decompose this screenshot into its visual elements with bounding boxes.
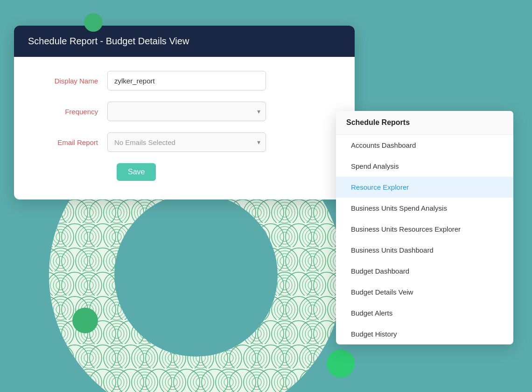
dialog-title: Schedule Report - Budget Details View bbox=[28, 36, 189, 46]
email-report-row: Email Report No Emails Selected bbox=[33, 132, 336, 152]
dropdown-item-bu-resources-explorer[interactable]: Business Units Resources Explorer bbox=[336, 219, 513, 240]
dropdown-item-budget-alerts[interactable]: Budget Alerts bbox=[336, 303, 513, 323]
email-report-label: Email Report bbox=[33, 138, 107, 146]
display-name-input[interactable] bbox=[107, 71, 266, 90]
dropdown-item-spend-analysis[interactable]: Spend Analysis bbox=[336, 156, 513, 177]
bottom-left-decorative-dot bbox=[72, 308, 98, 333]
email-report-select-wrapper: No Emails Selected bbox=[107, 132, 266, 152]
frequency-row: Frequency Daily Weekly Monthly bbox=[33, 102, 336, 121]
dropdown-item-bu-spend-analysis[interactable]: Business Units Spend Analysis bbox=[336, 198, 513, 219]
frequency-select[interactable]: Daily Weekly Monthly bbox=[107, 102, 266, 121]
bottom-right-decorative-dot bbox=[327, 350, 355, 378]
save-button[interactable]: Save bbox=[117, 163, 156, 181]
schedule-report-dialog: Schedule Report - Budget Details View Di… bbox=[14, 26, 355, 199]
display-name-row: Display Name bbox=[33, 71, 336, 90]
dropdown-item-resource-explorer[interactable]: Resource Explorer bbox=[336, 177, 513, 198]
display-name-label: Display Name bbox=[33, 77, 107, 85]
dialog-header: Schedule Report - Budget Details View bbox=[14, 26, 355, 57]
dropdown-item-bu-dashboard[interactable]: Business Units Dashboard bbox=[336, 240, 513, 261]
dialog-body: Display Name Frequency Daily Weekly Mont… bbox=[14, 57, 355, 199]
email-report-select[interactable]: No Emails Selected bbox=[107, 132, 266, 152]
dropdown-header: Schedule Reports bbox=[336, 111, 513, 135]
dropdown-item-budget-details-view[interactable]: Budget Details Veiw bbox=[336, 282, 513, 303]
dropdown-item-budget-dashboard[interactable]: Budget Dashboard bbox=[336, 261, 513, 282]
svg-point-8 bbox=[114, 193, 278, 357]
schedule-reports-dropdown: Schedule Reports Accounts Dashboard Spen… bbox=[336, 111, 513, 344]
top-decorative-dot bbox=[84, 13, 103, 32]
frequency-select-wrapper: Daily Weekly Monthly bbox=[107, 102, 266, 121]
dropdown-item-accounts-dashboard[interactable]: Accounts Dashboard bbox=[336, 135, 513, 156]
dropdown-item-budget-history[interactable]: Budget History bbox=[336, 323, 513, 344]
frequency-label: Frequency bbox=[33, 108, 107, 116]
